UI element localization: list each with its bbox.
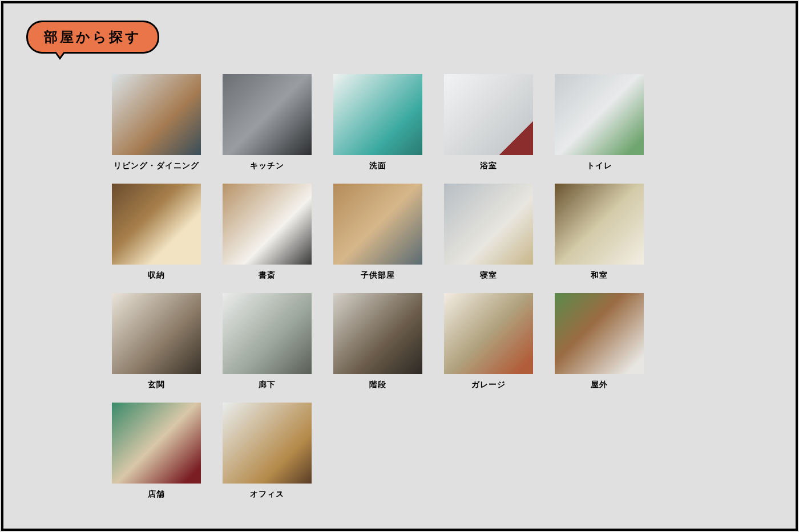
category-tile-bedroom[interactable]: 寝室 bbox=[444, 184, 533, 281]
category-tile-entrance[interactable]: 玄関 bbox=[112, 293, 201, 390]
category-label: 浴室 bbox=[444, 161, 533, 171]
category-tile-corridor[interactable]: 廊下 bbox=[223, 293, 312, 390]
category-tile-outdoor[interactable]: 屋外 bbox=[555, 293, 644, 390]
category-label: キッチン bbox=[223, 161, 312, 171]
category-thumbnail bbox=[333, 293, 422, 374]
category-thumbnail bbox=[555, 74, 644, 155]
category-thumbnail bbox=[333, 74, 422, 155]
category-browser-panel: 部屋から探す リビング・ダイニングキッチン洗面浴室トイレ収納書斎子供部屋寝室和室… bbox=[1, 1, 798, 531]
category-thumbnail bbox=[555, 184, 644, 265]
category-thumbnail bbox=[112, 293, 201, 374]
category-tile-kids-room[interactable]: 子供部屋 bbox=[333, 184, 422, 281]
category-label: 和室 bbox=[555, 270, 644, 281]
category-thumbnail bbox=[555, 293, 644, 374]
category-label: 書斎 bbox=[223, 270, 312, 281]
category-label: 階段 bbox=[333, 380, 422, 390]
category-label: オフィス bbox=[223, 489, 312, 499]
category-tile-bathroom[interactable]: 浴室 bbox=[444, 74, 533, 171]
category-label: 子供部屋 bbox=[333, 270, 422, 281]
category-tile-washroom[interactable]: 洗面 bbox=[333, 74, 422, 171]
category-tile-garage[interactable]: ガレージ bbox=[444, 293, 533, 390]
category-thumbnail bbox=[223, 403, 312, 484]
category-thumbnail bbox=[444, 184, 533, 265]
category-label: リビング・ダイニング bbox=[112, 161, 201, 171]
category-label: 屋外 bbox=[555, 380, 644, 390]
category-label: 寝室 bbox=[444, 270, 533, 281]
category-label: 収納 bbox=[112, 270, 201, 281]
category-label: ガレージ bbox=[444, 380, 533, 390]
category-tile-toilet[interactable]: トイレ bbox=[555, 74, 644, 171]
category-label: 玄関 bbox=[112, 380, 201, 390]
category-tile-stairs[interactable]: 階段 bbox=[333, 293, 422, 390]
category-tile-living-dining[interactable]: リビング・ダイニング bbox=[112, 74, 201, 171]
category-tile-office[interactable]: オフィス bbox=[223, 403, 312, 499]
category-tile-shop[interactable]: 店舗 bbox=[112, 403, 201, 499]
room-category-grid: リビング・ダイニングキッチン洗面浴室トイレ収納書斎子供部屋寝室和室玄関廊下階段ガ… bbox=[112, 74, 773, 499]
category-thumbnail bbox=[112, 74, 201, 155]
category-thumbnail bbox=[223, 293, 312, 374]
category-label: 店舗 bbox=[112, 489, 201, 499]
category-thumbnail bbox=[112, 403, 201, 484]
category-thumbnail bbox=[444, 293, 533, 374]
category-tile-kitchen[interactable]: キッチン bbox=[223, 74, 312, 171]
category-thumbnail bbox=[112, 184, 201, 265]
category-tile-japanese-room[interactable]: 和室 bbox=[555, 184, 644, 281]
category-thumbnail bbox=[444, 74, 533, 155]
category-label: 廊下 bbox=[223, 380, 312, 390]
category-label: 洗面 bbox=[333, 161, 422, 171]
category-tile-study[interactable]: 書斎 bbox=[223, 184, 312, 281]
category-thumbnail bbox=[223, 74, 312, 155]
category-thumbnail bbox=[333, 184, 422, 265]
section-title-badge: 部屋から探す bbox=[26, 21, 159, 54]
category-thumbnail bbox=[223, 184, 312, 265]
category-label: トイレ bbox=[555, 161, 644, 171]
category-tile-storage[interactable]: 収納 bbox=[112, 184, 201, 281]
